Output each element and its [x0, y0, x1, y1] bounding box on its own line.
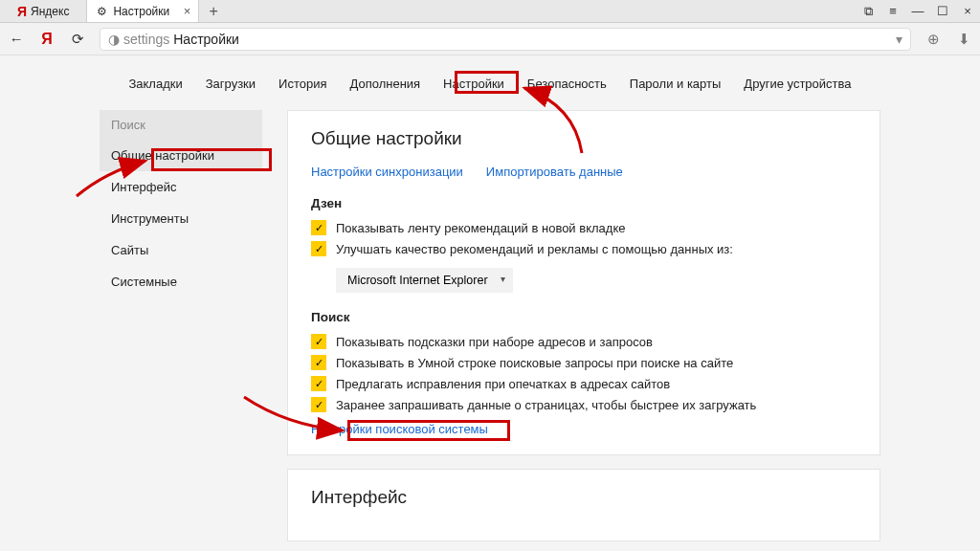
nav-history[interactable]: История: [278, 77, 326, 91]
sidebar-search[interactable]: Поиск: [100, 110, 262, 140]
tab-yandex[interactable]: Я Яндекс: [0, 0, 86, 22]
settings-content: Общие настройки Настройки синхронизации …: [287, 110, 880, 551]
nav-devices[interactable]: Другие устройства: [744, 77, 851, 91]
yandex-logo-icon: Я: [17, 4, 27, 19]
checkbox-search-smartline[interactable]: ✓: [311, 355, 326, 370]
zen-improve-label: Улучшать качество рекомендаций и рекламы…: [336, 242, 733, 256]
search-typos-label: Предлагать исправления при опечатках в а…: [336, 377, 670, 391]
search-engine-settings-link[interactable]: Настройки поисковой системы: [311, 422, 488, 436]
checkbox-search-preload[interactable]: ✓: [311, 397, 326, 412]
nav-addons[interactable]: Дополнения: [349, 77, 420, 91]
back-icon[interactable]: ←: [8, 31, 25, 47]
search-suggest-label: Показывать подсказки при наборе адресов …: [336, 335, 653, 349]
yandex-home-icon[interactable]: Я: [38, 31, 56, 48]
card-general: Общие настройки Настройки синхронизации …: [287, 110, 880, 455]
zen-browser-select[interactable]: Microsoft Internet Explorer: [336, 268, 513, 293]
nav-settings[interactable]: Настройки: [443, 77, 504, 91]
general-heading: Общие настройки: [311, 128, 857, 149]
url-field[interactable]: ◑ settings Настройки ▾: [100, 28, 911, 51]
downloads-icon[interactable]: ⬇: [955, 31, 972, 48]
zen-heading: Дзен: [311, 196, 857, 210]
checkbox-search-suggest[interactable]: ✓: [311, 334, 326, 349]
checkbox-zen-feed[interactable]: ✓: [311, 220, 326, 235]
nav-security[interactable]: Безопасность: [527, 77, 607, 91]
window-titlebar: Я Яндекс ⚙ Настройки × + ⧉ ≡ — ☐ ×: [0, 0, 980, 23]
maximize-icon[interactable]: ☐: [930, 4, 955, 18]
url-lock-icon: ◑: [108, 32, 120, 47]
settings-sidebar: Поиск Общие настройки Интерфейс Инструме…: [100, 110, 262, 551]
search-heading: Поиск: [311, 310, 857, 324]
sidebar-item-system[interactable]: Системные: [100, 266, 262, 298]
minimize-icon[interactable]: —: [905, 4, 930, 18]
tab-settings-label: Настройки: [113, 5, 169, 18]
url-label: Настройки: [173, 32, 239, 47]
panel-icon[interactable]: ⧉: [856, 4, 880, 19]
menu-icon[interactable]: ≡: [880, 4, 905, 18]
sidebar-item-tools[interactable]: Инструменты: [100, 203, 262, 234]
tab-yandex-label: Яндекс: [31, 5, 69, 18]
import-data-link[interactable]: Импортировать данные: [486, 165, 623, 179]
card-interface: Интерфейс: [287, 469, 880, 541]
tab-settings[interactable]: ⚙ Настройки ×: [86, 0, 199, 22]
nav-bookmarks[interactable]: Закладки: [128, 77, 182, 91]
new-tab-button[interactable]: +: [199, 3, 228, 20]
settings-topnav: Закладки Загрузки История Дополнения Нас…: [0, 55, 980, 110]
close-tab-icon[interactable]: ×: [184, 4, 191, 18]
reload-icon[interactable]: ⟳: [69, 31, 86, 48]
checkbox-zen-improve[interactable]: ✓: [311, 241, 326, 256]
bookmark-icon[interactable]: ▾: [896, 32, 902, 47]
sidebar-item-general[interactable]: Общие настройки: [100, 140, 262, 171]
close-window-icon[interactable]: ×: [955, 4, 980, 18]
nav-downloads[interactable]: Загрузки: [206, 77, 256, 91]
address-bar: ← Я ⟳ ◑ settings Настройки ▾ ⊕ ⬇: [0, 23, 980, 55]
extensions-icon[interactable]: ⊕: [924, 31, 942, 48]
checkbox-search-typos[interactable]: ✓: [311, 376, 326, 391]
sidebar-item-interface[interactable]: Интерфейс: [100, 171, 262, 203]
sidebar-item-sites[interactable]: Сайты: [100, 234, 262, 266]
zen-feed-label: Показывать ленту рекомендаций в новой вк…: [336, 221, 625, 235]
search-preload-label: Заранее запрашивать данные о страницах, …: [336, 398, 756, 412]
gear-icon: ⚙: [97, 5, 107, 18]
interface-heading: Интерфейс: [311, 487, 857, 508]
sync-settings-link[interactable]: Настройки синхронизации: [311, 165, 463, 179]
url-prefix: settings: [123, 32, 169, 47]
nav-passwords[interactable]: Пароли и карты: [630, 77, 722, 91]
search-smartline-label: Показывать в Умной строке поисковые запр…: [336, 356, 733, 370]
